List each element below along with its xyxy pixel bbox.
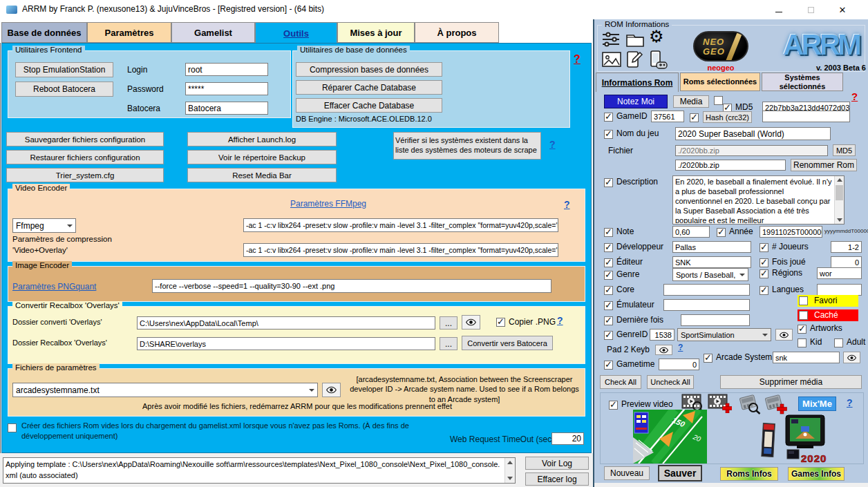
- minimize-button[interactable]: [763, 0, 795, 19]
- mixme-help-link[interactable]: ?: [847, 397, 853, 408]
- note-input[interactable]: 0,60: [672, 226, 710, 238]
- gametime-checkbox[interactable]: [604, 361, 613, 370]
- pad-config-button[interactable]: [648, 50, 668, 69]
- hash-crc32-button[interactable]: Hash (crc32): [703, 111, 752, 123]
- genre-select[interactable]: Sports / Baseball,: [672, 268, 748, 281]
- check-all-button[interactable]: Check All: [600, 375, 641, 389]
- param-file-select[interactable]: arcadesystemname.txt: [12, 383, 318, 397]
- scroll-up-icon[interactable]: [837, 178, 842, 182]
- tab-base-de-donnees[interactable]: Base de données: [1, 22, 87, 43]
- video-encoder-help-link[interactable]: ?: [564, 199, 570, 210]
- overlay-cmd-input[interactable]: -ac 1 -c:v libx264 -preset:v slow -profi…: [243, 243, 558, 257]
- nom-input[interactable]: 2020 Super Baseball (World): [675, 127, 831, 140]
- create-empty-roms-checkbox[interactable]: [8, 423, 17, 432]
- password-input[interactable]: *****: [185, 82, 268, 95]
- developpeur-input[interactable]: Pallas: [672, 241, 751, 253]
- regions-checkbox[interactable]: [760, 269, 768, 278]
- tab-mises-a-jour[interactable]: Mises à jour: [337, 22, 415, 43]
- gameid-input[interactable]: 37561: [651, 111, 684, 122]
- renommer-rom-button[interactable]: Renommer Rom: [791, 159, 857, 171]
- cache-checkbox[interactable]: [799, 311, 808, 320]
- gametime-input[interactable]: 0: [659, 359, 699, 370]
- scroll-up-icon[interactable]: [507, 461, 513, 464]
- db-utils-help-link[interactable]: ?: [574, 53, 581, 66]
- media-button[interactable]: Media: [673, 95, 709, 108]
- arcade-system-input[interactable]: snk: [773, 352, 840, 363]
- view-genre-button[interactable]: [775, 329, 793, 341]
- login-input[interactable]: root: [185, 63, 268, 76]
- pngquant-params-link[interactable]: Paramètres PNGquant: [12, 282, 96, 292]
- annee-checkbox[interactable]: [717, 228, 726, 237]
- description-scrollbar[interactable]: [834, 176, 844, 224]
- repair-cache-button[interactable]: Réparer Cache Database: [296, 80, 442, 95]
- effacer-log-button[interactable]: Effacer log: [525, 472, 589, 486]
- preview-video-checkbox[interactable]: [609, 401, 618, 410]
- sort-system-cfg-button[interactable]: Trier_system.cfg: [6, 168, 164, 182]
- sauver-button[interactable]: Sauver: [658, 465, 702, 481]
- arcade-system-checkbox[interactable]: [704, 354, 713, 363]
- settings-button[interactable]: ⚙: [649, 28, 664, 45]
- maximize-button[interactable]: [795, 0, 827, 19]
- emulateur-input[interactable]: [663, 299, 750, 311]
- supprimer-media-button[interactable]: Supprimer média: [720, 375, 862, 389]
- uncheck-all-button[interactable]: Uncheck All: [647, 375, 694, 389]
- langues-checkbox[interactable]: [760, 286, 768, 295]
- adult-checkbox[interactable]: [834, 338, 843, 347]
- favori-checkbox[interactable]: [799, 296, 808, 305]
- emulateur-checkbox[interactable]: [604, 301, 613, 310]
- compress-db-button[interactable]: Compression bases de données: [296, 62, 442, 77]
- joueurs-checkbox[interactable]: [760, 243, 768, 252]
- core-input[interactable]: [663, 284, 750, 296]
- scroll-down-icon[interactable]: [837, 218, 842, 222]
- description-textarea[interactable]: En 2020, le baseball a finalement évolué…: [672, 175, 845, 225]
- view-converted-button[interactable]: [462, 315, 480, 330]
- mix-artwork-preview[interactable]: 2020: [761, 414, 827, 465]
- games-infos-button[interactable]: Games Infos: [788, 467, 845, 481]
- fichier-md5-button[interactable]: MD5: [833, 144, 856, 156]
- genreid-input[interactable]: 1538: [650, 329, 674, 341]
- save-config-button[interactable]: Sauvegarder fichiers configuration: [6, 132, 164, 146]
- artwork-search-button[interactable]: [736, 393, 761, 414]
- genreid-checkbox[interactable]: [604, 331, 613, 340]
- log-box[interactable]: Applying template : C:\Users\nex\AppData…: [3, 457, 516, 484]
- core-checkbox[interactable]: [604, 286, 613, 295]
- reboot-batocera-button[interactable]: Reboot Batocera: [15, 82, 113, 97]
- clear-cache-button[interactable]: Effacer Cache Database: [296, 98, 442, 113]
- view-param-file-button[interactable]: [322, 383, 341, 397]
- stop-emulationstation-button[interactable]: Stop EmulationStation: [15, 62, 113, 77]
- derniere-fois-input[interactable]: [681, 314, 750, 326]
- tab-systemes-selectionnes[interactable]: Systèmes sélectionnés: [762, 73, 843, 91]
- tab-parametres[interactable]: Paramètres: [87, 22, 171, 43]
- web-timeout-input[interactable]: 20: [551, 432, 584, 445]
- image-viewer-button[interactable]: [602, 52, 621, 67]
- media-checkbox[interactable]: [714, 96, 723, 105]
- gameid-checkbox[interactable]: [604, 113, 613, 122]
- video-cmd-input[interactable]: -ac 1 -c:v libx264 -preset:v slow -profi…: [243, 218, 558, 232]
- genre-checkbox[interactable]: [604, 271, 613, 280]
- scroll-thumb[interactable]: [836, 185, 843, 200]
- nouveau-button[interactable]: Nouveau: [604, 466, 650, 480]
- tab-informations-rom-active[interactable]: Informations Rom: [596, 73, 679, 92]
- tab-gamelist[interactable]: Gamelist: [171, 22, 255, 43]
- kid-checkbox[interactable]: [798, 338, 806, 347]
- ffmpeg-params-link[interactable]: Paramètres FFMpeg: [290, 199, 366, 209]
- log-scrollbar[interactable]: [504, 458, 515, 483]
- encoder-select[interactable]: Ffmpeg: [12, 218, 76, 233]
- restore-config-button[interactable]: Restaurer fichiers configuration: [6, 150, 164, 164]
- tab-roms-selectionnees[interactable]: Roms sélectionnées: [680, 73, 760, 91]
- mixme-button[interactable]: Mix'Me: [798, 397, 836, 411]
- annee-input[interactable]: 19911025T000000: [760, 226, 822, 238]
- tab-outils-active[interactable]: Outils: [255, 22, 337, 44]
- convert-to-batocera-button[interactable]: Convertir vers Batocera: [462, 336, 553, 350]
- browse-converted-button[interactable]: ...: [440, 316, 457, 330]
- scroll-down-icon[interactable]: [507, 477, 513, 480]
- browse-recalbox-button[interactable]: ...: [440, 337, 457, 350]
- close-button[interactable]: [827, 0, 858, 19]
- edit-rom-button[interactable]: [625, 50, 643, 68]
- developpeur-checkbox[interactable]: [604, 243, 613, 252]
- backup-dir-button[interactable]: Voir le répertoire Backup: [187, 150, 337, 164]
- regions-input[interactable]: wor: [817, 267, 862, 279]
- hash-checkbox[interactable]: [690, 113, 699, 122]
- rename-path-input[interactable]: ./2020bb.zip: [675, 160, 786, 171]
- verify-systems-help-link[interactable]: ?: [549, 139, 556, 150]
